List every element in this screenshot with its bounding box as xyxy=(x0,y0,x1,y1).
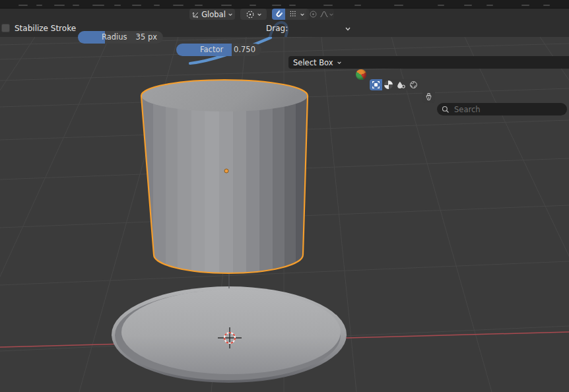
drag-label: Drag: xyxy=(266,20,288,37)
brush-icon xyxy=(424,92,433,101)
magnet-icon xyxy=(275,10,283,18)
world-button[interactable] xyxy=(407,79,420,90)
radius-label: Radius xyxy=(102,31,127,44)
world-globe-icon xyxy=(409,81,418,89)
display-mode-group xyxy=(370,79,569,90)
select-mode-dropdown[interactable]: Select Box xyxy=(288,56,569,69)
snap-target-dropdown[interactable] xyxy=(285,9,309,20)
liquid-drop-button[interactable] xyxy=(395,79,407,90)
factor-slider[interactable]: Factor 0.750 xyxy=(176,44,261,56)
stabilize-stroke-label: Stabilize Stroke xyxy=(15,20,76,37)
factor-value: 0.750 xyxy=(234,44,255,56)
snap-group xyxy=(272,9,309,20)
factor-label: Factor xyxy=(200,44,223,56)
chevron-down-icon xyxy=(300,12,305,17)
radius-slider[interactable]: Radius 35 px xyxy=(78,31,163,44)
pivot-point-dropdown[interactable] xyxy=(240,9,267,20)
snap-toggle-button[interactable] xyxy=(272,9,285,20)
viewport-header-row: Global xyxy=(0,9,569,20)
tool-settings-row: Stabilize Stroke Radius 35 px Factor 0.7… xyxy=(0,20,569,38)
chevron-down-icon xyxy=(228,12,233,17)
proportional-circle-icon xyxy=(309,10,318,18)
orientation-label: Global xyxy=(201,10,226,19)
snap-increment-icon xyxy=(289,10,298,18)
search-input[interactable] xyxy=(453,104,554,115)
select-mode-value: Select Box xyxy=(293,58,333,67)
object-origin-dot xyxy=(224,169,228,173)
workspace-tabs-strip xyxy=(0,0,569,9)
proportional-edit-group xyxy=(306,9,334,20)
pivot-point-icon xyxy=(246,10,255,19)
chevron-down-icon xyxy=(257,12,262,17)
tool-settings-expand-chevron[interactable] xyxy=(344,26,352,32)
orientation-axes-icon xyxy=(191,11,199,18)
render-region-icon xyxy=(372,81,380,89)
falloff-curve-icon xyxy=(319,10,329,18)
cylinder-object[interactable] xyxy=(141,80,308,273)
blender-window: Global xyxy=(0,0,569,392)
shading-sphere-button[interactable] xyxy=(382,79,395,90)
proportional-edit-toggle[interactable] xyxy=(306,9,319,20)
search-icon xyxy=(442,106,450,114)
search-field[interactable] xyxy=(437,103,567,115)
render-region-button[interactable] xyxy=(370,79,382,90)
transform-orientation-dropdown[interactable]: Global xyxy=(189,9,235,20)
shading-sphere-icon xyxy=(384,81,393,89)
plate-object[interactable] xyxy=(112,286,347,383)
material-ball-icon[interactable] xyxy=(356,69,366,80)
brush-button[interactable] xyxy=(422,90,435,103)
liquid-drop-icon xyxy=(397,81,405,89)
stabilize-stroke-checkbox[interactable] xyxy=(1,24,10,32)
falloff-dropdown[interactable] xyxy=(319,9,334,20)
chevron-down-icon xyxy=(337,60,342,65)
chevron-down-icon xyxy=(329,12,334,17)
radius-value: 35 px xyxy=(136,31,157,44)
